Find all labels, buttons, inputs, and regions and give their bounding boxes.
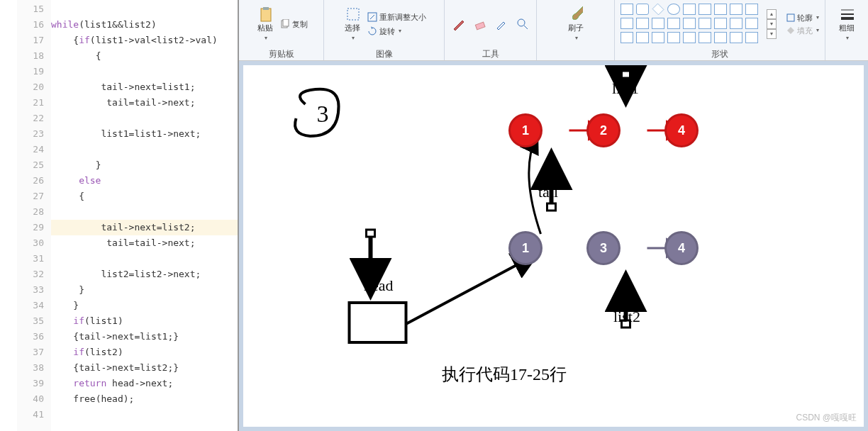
svg-rect-1	[263, 7, 269, 10]
outline-button[interactable]: 轮廓	[786, 13, 819, 23]
svg-rect-20	[350, 303, 406, 342]
svg-rect-6	[475, 22, 485, 30]
copy-label: 复制	[292, 19, 308, 29]
svg-rect-0	[261, 9, 271, 21]
svg-rect-17	[547, 203, 556, 211]
resize-label: 重新调整大小	[379, 12, 426, 22]
rotate-label: 旋转	[379, 26, 395, 36]
select-label: 选择	[345, 23, 360, 33]
paste-icon	[258, 7, 272, 21]
picker-icon[interactable]	[494, 17, 508, 31]
node-r1-0: 1	[508, 113, 542, 147]
node-r1-1: 2	[586, 113, 621, 147]
ribbon: 粘贴 复制 剪贴板 选择	[239, 0, 868, 61]
watermark: CSDN @嘎嘎旺	[796, 412, 857, 424]
ribbon-group-brush: 刷子	[537, 0, 615, 60]
brush-button[interactable]: 刷子	[565, 6, 586, 43]
label-tail: tail	[538, 183, 558, 201]
paint-pane: 粘贴 复制 剪贴板 选择	[239, 0, 868, 431]
group-label-tools: 工具	[482, 47, 499, 60]
pencil-icon[interactable]	[452, 17, 466, 31]
node-r2-0: 1	[508, 231, 542, 265]
canvas-wrap: 3	[239, 61, 868, 431]
copy-button[interactable]: 复制	[280, 19, 308, 29]
outline-label: 轮廓	[797, 13, 813, 23]
editor-margin	[0, 0, 17, 431]
weight-icon	[840, 7, 854, 21]
group-label-brush	[574, 47, 577, 60]
sketch-number: 3	[317, 101, 329, 127]
ribbon-group-shapes: ▴▾▾ 轮廓 填充 形状	[615, 0, 825, 60]
fill-label: 填充	[797, 26, 813, 35]
label-list1: list1	[612, 79, 639, 98]
brush-label: 刷子	[568, 23, 584, 33]
eraser-icon[interactable]	[473, 17, 487, 31]
label-list2: list2	[613, 308, 640, 326]
resize-button[interactable]: 重新调整大小	[367, 12, 426, 22]
select-icon	[345, 7, 360, 21]
zoom-icon[interactable]	[516, 17, 530, 31]
node-r2-1: 3	[586, 231, 621, 265]
brush-icon	[569, 7, 583, 21]
ribbon-group-image: 选择 重新调整大小 旋转 图像	[324, 0, 445, 60]
svg-rect-3	[283, 19, 289, 26]
weight-button[interactable]: 粗细	[836, 6, 857, 43]
paste-label: 粘贴	[257, 23, 273, 33]
rotate-button[interactable]: 旋转	[367, 26, 426, 36]
ribbon-group-clipboard: 粘贴 复制 剪贴板	[239, 0, 324, 60]
paint-canvas[interactable]: 3	[243, 65, 864, 427]
caption: 执行代码17-25行	[442, 363, 567, 386]
group-label-clipboard: 剪贴板	[269, 47, 294, 60]
code-area[interactable]: while(list1&&list2) {if(list1->val<list2…	[51, 0, 239, 431]
group-label-shapes: 形状	[711, 47, 728, 60]
weight-label: 粗细	[839, 23, 855, 33]
ribbon-group-tools: 工具	[445, 0, 537, 60]
svg-rect-13	[622, 71, 630, 78]
svg-point-7	[518, 19, 525, 26]
node-r1-2: 4	[664, 113, 699, 147]
fill-button[interactable]: 填充	[786, 26, 819, 35]
node-r2-2: 4	[664, 231, 699, 265]
svg-rect-8	[787, 14, 794, 21]
shape-gallery[interactable]	[621, 4, 760, 45]
line-number-gutter: 1516171819202122232425262728293031323334…	[17, 0, 51, 431]
code-editor-pane: 1516171819202122232425262728293031323334…	[0, 0, 239, 431]
select-button[interactable]: 选择	[342, 6, 363, 43]
ribbon-group-weight: 粗细	[825, 0, 868, 60]
paste-button[interactable]: 粘贴	[255, 6, 276, 43]
label-head: head	[364, 276, 394, 295]
gallery-scroll[interactable]: ▴▾▾	[767, 9, 777, 39]
group-label-image: 图像	[376, 47, 393, 60]
svg-line-21	[406, 255, 535, 324]
svg-rect-19	[367, 230, 375, 237]
svg-rect-4	[347, 9, 359, 20]
